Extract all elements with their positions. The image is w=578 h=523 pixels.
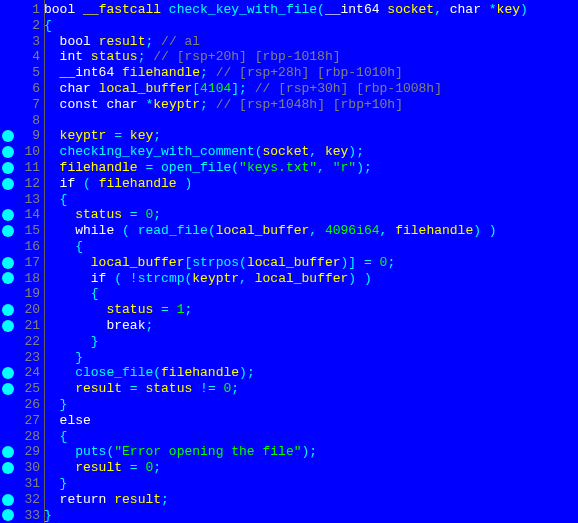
line-number: 11: [16, 160, 40, 176]
code-line[interactable]: 27 else: [0, 413, 578, 429]
code-line[interactable]: 10 checking_key_with_comment(socket, key…: [0, 144, 578, 160]
breakpoint-marker[interactable]: [2, 257, 14, 269]
line-number: 9: [16, 128, 40, 144]
code-text[interactable]: status = 0;: [44, 207, 161, 223]
code-text[interactable]: bool __fastcall check_key_with_file(__in…: [44, 2, 528, 18]
code-text[interactable]: {: [44, 18, 52, 34]
line-number: 3: [16, 34, 40, 50]
line-number: 10: [16, 144, 40, 160]
breakpoint-marker[interactable]: [2, 209, 14, 221]
code-text[interactable]: result = status != 0;: [44, 381, 239, 397]
breakpoint-marker[interactable]: [2, 509, 14, 521]
breakpoint-marker[interactable]: [2, 162, 14, 174]
code-line[interactable]: 30 result = 0;: [0, 460, 578, 476]
code-line[interactable]: 23 }: [0, 350, 578, 366]
code-line[interactable]: 24 close_file(filehandle);: [0, 365, 578, 381]
code-text[interactable]: while ( read_file(local_buffer, 4096i64,…: [44, 223, 497, 239]
breakpoint-marker[interactable]: [2, 320, 14, 332]
code-line[interactable]: 8: [0, 113, 578, 129]
code-line[interactable]: 14 status = 0;: [0, 207, 578, 223]
breakpoint-marker[interactable]: [2, 383, 14, 395]
code-text[interactable]: {: [44, 239, 83, 255]
code-text[interactable]: {: [44, 286, 99, 302]
code-text[interactable]: if ( !strcmp(keyptr, local_buffer) ): [44, 271, 372, 287]
code-text[interactable]: result = 0;: [44, 460, 161, 476]
code-text[interactable]: puts("Error opening the file");: [44, 444, 317, 460]
code-line[interactable]: 29 puts("Error opening the file");: [0, 444, 578, 460]
code-line[interactable]: 12 if ( filehandle ): [0, 176, 578, 192]
code-line[interactable]: 21 break;: [0, 318, 578, 334]
code-line[interactable]: 22 }: [0, 334, 578, 350]
breakpoint-marker[interactable]: [2, 225, 14, 237]
code-line[interactable]: 26 }: [0, 397, 578, 413]
code-line[interactable]: 7 const char *keyptr; // [rsp+1048h] [rb…: [0, 97, 578, 113]
code-line[interactable]: 6 char local_buffer[4104]; // [rsp+30h] …: [0, 81, 578, 97]
code-text[interactable]: close_file(filehandle);: [44, 365, 255, 381]
code-line[interactable]: 31 }: [0, 476, 578, 492]
line-number: 2: [16, 18, 40, 34]
code-line[interactable]: 11 filehandle = open_file("keys.txt", "r…: [0, 160, 578, 176]
code-text[interactable]: return result;: [44, 492, 169, 508]
line-number: 30: [16, 460, 40, 476]
code-line[interactable]: 18 if ( !strcmp(keyptr, local_buffer) ): [0, 271, 578, 287]
line-number: 19: [16, 286, 40, 302]
code-line[interactable]: 4 int status; // [rsp+20h] [rbp-1018h]: [0, 49, 578, 65]
breakpoint-marker[interactable]: [2, 130, 14, 142]
code-text[interactable]: __int64 filehandle; // [rsp+28h] [rbp-10…: [44, 65, 403, 81]
code-line[interactable]: 1bool __fastcall check_key_with_file(__i…: [0, 2, 578, 18]
breakpoint-marker[interactable]: [2, 178, 14, 190]
code-line[interactable]: 15 while ( read_file(local_buffer, 4096i…: [0, 223, 578, 239]
code-text[interactable]: checking_key_with_comment(socket, key);: [44, 144, 364, 160]
breakpoint-marker[interactable]: [2, 367, 14, 379]
code-text[interactable]: }: [44, 508, 52, 524]
code-text[interactable]: status = 1;: [44, 302, 192, 318]
code-line[interactable]: 16 {: [0, 239, 578, 255]
code-line[interactable]: 32 return result;: [0, 492, 578, 508]
breakpoint-marker[interactable]: [2, 446, 14, 458]
breakpoint-marker[interactable]: [2, 272, 14, 284]
breakpoint-marker[interactable]: [2, 146, 14, 158]
line-number: 4: [16, 49, 40, 65]
line-number: 1: [16, 2, 40, 18]
decompiler-view[interactable]: 1bool __fastcall check_key_with_file(__i…: [0, 0, 578, 523]
code-text[interactable]: if ( filehandle ): [44, 176, 192, 192]
code-text[interactable]: {: [44, 429, 67, 445]
code-text[interactable]: }: [44, 476, 67, 492]
code-line[interactable]: 13 {: [0, 192, 578, 208]
code-text[interactable]: int status; // [rsp+20h] [rbp-1018h]: [44, 49, 341, 65]
code-text[interactable]: }: [44, 334, 99, 350]
code-text[interactable]: keyptr = key;: [44, 128, 161, 144]
code-line[interactable]: 33}: [0, 508, 578, 524]
code-text[interactable]: const char *keyptr; // [rsp+1048h] [rbp+…: [44, 97, 403, 113]
breakpoint-marker[interactable]: [2, 304, 14, 316]
code-text[interactable]: break;: [44, 318, 153, 334]
line-number: 16: [16, 239, 40, 255]
line-number: 13: [16, 192, 40, 208]
code-text[interactable]: }: [44, 350, 83, 366]
code-text[interactable]: filehandle = open_file("keys.txt", "r");: [44, 160, 372, 176]
code-text[interactable]: bool result; // al: [44, 34, 200, 50]
code-text[interactable]: else: [44, 413, 91, 429]
line-number: 18: [16, 271, 40, 287]
code-text[interactable]: char local_buffer[4104]; // [rsp+30h] [r…: [44, 81, 442, 97]
code-line[interactable]: 3 bool result; // al: [0, 34, 578, 50]
code-text[interactable]: local_buffer[strpos(local_buffer)] = 0;: [44, 255, 395, 271]
breakpoint-marker[interactable]: [2, 494, 14, 506]
code-text[interactable]: }: [44, 397, 67, 413]
code-line[interactable]: 5 __int64 filehandle; // [rsp+28h] [rbp-…: [0, 65, 578, 81]
line-number: 6: [16, 81, 40, 97]
line-number: 15: [16, 223, 40, 239]
code-line[interactable]: 20 status = 1;: [0, 302, 578, 318]
code-line[interactable]: 17 local_buffer[strpos(local_buffer)] = …: [0, 255, 578, 271]
breakpoint-marker[interactable]: [2, 462, 14, 474]
line-number: 8: [16, 113, 40, 129]
code-line[interactable]: 28 {: [0, 429, 578, 445]
code-line[interactable]: 25 result = status != 0;: [0, 381, 578, 397]
line-number: 12: [16, 176, 40, 192]
code-line[interactable]: 19 {: [0, 286, 578, 302]
line-number: 14: [16, 207, 40, 223]
code-line[interactable]: 2{: [0, 18, 578, 34]
code-text[interactable]: {: [44, 192, 67, 208]
line-number: 7: [16, 97, 40, 113]
code-line[interactable]: 9 keyptr = key;: [0, 128, 578, 144]
